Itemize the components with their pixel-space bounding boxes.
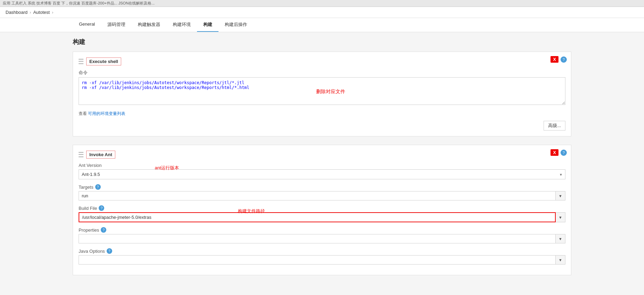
breadcrumb-dashboard[interactable]: Dashboard	[6, 10, 28, 15]
drag-handle-1[interactable]	[79, 58, 84, 65]
advanced-btn[interactable]: 高级...	[544, 121, 565, 131]
build-file-label: Build File ?	[79, 205, 565, 211]
tab-env[interactable]: 构建环境	[167, 18, 197, 32]
java-options-input-wrap: ▼	[79, 255, 565, 265]
targets-input[interactable]	[79, 191, 556, 200]
tabs: General 源码管理 构建触发器 构建环境 构建 构建后操作	[73, 18, 571, 32]
invoke-ant-title: Invoke Ant	[86, 151, 115, 159]
execute-shell-delete-btn[interactable]: X	[551, 56, 558, 63]
topbar-text: 应用 工具栏入 系统 技术博客 百度 下，你况速 百度题库-200+件品... …	[3, 1, 155, 6]
tab-source[interactable]: 源码管理	[101, 18, 132, 32]
properties-help-icon[interactable]: ?	[101, 227, 106, 233]
build-file-arrow-btn[interactable]: ▼	[556, 212, 565, 222]
tabs-container: General 源码管理 构建触发器 构建环境 构建 构建后操作	[0, 18, 644, 32]
properties-arrow-btn[interactable]: ▼	[556, 234, 565, 243]
execute-shell-header: Execute shell	[79, 57, 565, 65]
invoke-ant-step: Invoke Ant X ? Ant Version Ant-1.9.5 ant…	[73, 145, 571, 275]
tab-general[interactable]: General	[73, 18, 101, 32]
targets-label: Targets ?	[79, 184, 565, 190]
execute-shell-title: Execute shell	[86, 57, 121, 65]
properties-group: Properties ? ▼	[79, 227, 565, 243]
invoke-ant-actions: X ?	[551, 149, 567, 156]
java-options-help-icon[interactable]: ?	[107, 248, 112, 254]
invoke-ant-header: Invoke Ant	[79, 151, 565, 159]
targets-input-wrap: ▼	[79, 191, 565, 200]
java-options-group: Java Options ? ▼	[79, 248, 565, 265]
build-file-group: Build File ? ▼ 构建文件路径	[79, 205, 565, 222]
code-wrapper: 删除对应文件	[79, 77, 565, 106]
command-textarea[interactable]	[79, 77, 565, 105]
main-content: 构建 Execute shell X ? 命令 删除对应文件 查看 可用的环境变…	[0, 32, 644, 295]
execute-shell-actions: X ?	[551, 56, 567, 63]
env-link-row: 查看 可用的环境变量列表	[79, 111, 565, 117]
env-text: 查看	[79, 111, 87, 116]
java-options-label: Java Options ?	[79, 248, 565, 254]
breadcrumb: Dashboard › Autotest ›	[0, 7, 644, 18]
env-variables-link[interactable]: 可用的环境变量列表	[88, 111, 125, 116]
targets-arrow-btn[interactable]: ▼	[556, 191, 565, 200]
ant-version-select-wrap: Ant-1.9.5	[79, 169, 565, 179]
execute-shell-step: Execute shell X ? 命令 删除对应文件 查看 可用的环境变量列表…	[73, 52, 571, 136]
build-file-input[interactable]	[79, 212, 556, 222]
execute-shell-help-btn[interactable]: ?	[561, 56, 567, 63]
targets-group: Targets ? ▼	[79, 184, 565, 200]
properties-input-wrap: ▼	[79, 234, 565, 243]
tab-build[interactable]: 构建	[197, 18, 218, 32]
command-group: 命令 删除对应文件	[79, 70, 565, 106]
java-options-arrow-btn[interactable]: ▼	[556, 255, 565, 265]
drag-handle-2[interactable]	[79, 151, 84, 158]
breadcrumb-sep2: ›	[52, 10, 53, 15]
invoke-ant-help-btn[interactable]: ?	[561, 150, 567, 156]
ant-version-label: Ant Version	[79, 163, 565, 168]
tab-trigger[interactable]: 构建触发器	[132, 18, 167, 32]
advanced-row: 高级...	[79, 121, 565, 131]
properties-label: Properties ?	[79, 227, 565, 233]
ant-version-select[interactable]: Ant-1.9.5	[79, 169, 565, 179]
page-title: 构建	[73, 38, 571, 46]
top-bar: 应用 工具栏入 系统 技术博客 百度 下，你况速 百度题库-200+件品... …	[0, 0, 644, 7]
properties-input[interactable]	[79, 234, 556, 243]
invoke-ant-delete-btn[interactable]: X	[551, 149, 558, 156]
targets-help-icon[interactable]: ?	[95, 184, 101, 190]
command-label: 命令	[79, 70, 565, 76]
tab-post[interactable]: 构建后操作	[218, 18, 253, 32]
breadcrumb-autotest[interactable]: Autotest	[33, 10, 50, 15]
build-file-input-wrap: ▼	[79, 212, 565, 222]
java-options-input[interactable]	[79, 255, 556, 265]
ant-version-group: Ant Version Ant-1.9.5 ant运行版本	[79, 163, 565, 179]
breadcrumb-sep1: ›	[30, 10, 31, 15]
build-file-help-icon[interactable]: ?	[99, 205, 104, 211]
